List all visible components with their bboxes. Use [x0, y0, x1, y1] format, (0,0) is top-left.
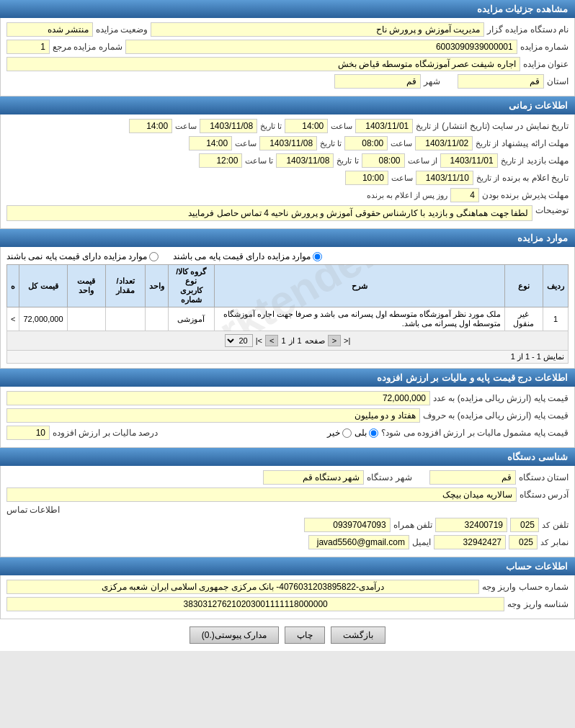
row-base-price-num: قیمت پایه (ارزش ریالی مزایده) به عدد 72,… [6, 391, 569, 405]
email-label: ایمیل [412, 537, 431, 547]
col-unit-price: قیمت واحد [67, 265, 105, 307]
device-province-value: قم [429, 470, 516, 485]
bottom-buttons: بازگشت چاپ مدارک پیوستی(.0) [0, 619, 575, 651]
row-organizer-status: نام دستگاه مزایده گزار مدیریت آموزش و پر… [6, 22, 569, 37]
radio-vat-yes[interactable]: بلی [355, 428, 378, 438]
time-info-title: اطلاعات زمانی [509, 100, 568, 111]
base-price-vat-content: قیمت پایه (ارزش ریالی مزایده) به عدد 72,… [0, 387, 575, 448]
publish-date-label: تاریخ نمایش در سایت (تاریخ انتشار) [442, 121, 569, 131]
radio-has-base-price[interactable]: موارد مزایده دارای قیمت پایه می باشند [173, 251, 322, 261]
device-info-header: شناسی دستگاه [0, 448, 575, 466]
pagination-prev-btn[interactable]: < [328, 335, 341, 346]
auction-details-content: نام دستگاه مزایده گزار مدیریت آموزش و پر… [0, 18, 575, 96]
col-extra: ه [7, 265, 19, 307]
base-price-vat-title: اطلاعات درج قیمت پایه و مالیات بر ارزش ا… [377, 372, 568, 383]
device-province-label: استان دستگاه [519, 472, 569, 482]
visit-deadline-label: مهلت بازدید [527, 156, 569, 166]
time-info-content: تاریخ نمایش در سایت (تاریخ انتشار) از تا… [0, 114, 575, 229]
title-value: اجاره شیفت عصر آموزشگاه متوسطه قیاض بخش [6, 57, 520, 71]
col-category: گروه کالا/نوعکاربریشماره [169, 265, 215, 307]
row-announce-winner: تاریخ اعلام به برنده از تاریخ 1403/11/10… [6, 171, 569, 185]
vat-percent-label: درصد مالیات بر ارزش افزوده [53, 428, 158, 438]
organizer-value: مدیریت آموزش و پرورش ناح [151, 22, 484, 37]
col-type: نوع [504, 265, 543, 307]
auction-items-content: موارد مزایده دارای قیمت پایه می باشند مو… [0, 247, 575, 369]
pagination-per-page[interactable]: 20 [225, 334, 253, 347]
ref-number-value: 1 [6, 40, 50, 54]
device-address-value: سالاریه میدان بیچک [6, 487, 517, 502]
auction-number-value: 6003090939000001 [125, 40, 517, 54]
row-title: عنوان مزایده اجاره شیفت عصر آموزشگاه متو… [6, 57, 569, 71]
row-province-city: استان قم شهر قم [6, 74, 569, 89]
notes-label: توضیحات [535, 205, 569, 215]
time-info-header: اطلاعات زمانی [0, 96, 575, 114]
sheba-value: 383031276210203001111118000000 [6, 597, 504, 611]
phone-code: 025 [510, 518, 539, 532]
print-button[interactable]: چاپ [285, 626, 325, 644]
row-deposit: شماره حساب واریز وجه درآمدی-407603120389… [6, 580, 569, 594]
fax-code: 025 [509, 535, 538, 549]
contact-info-label: اطلاعات تماس [6, 505, 60, 515]
row-device-province-city: استان دستگاه قم شهر دستگاه شهر دستگاه قم [6, 470, 569, 485]
ref-number-label: شماره مزایده مرجع [53, 42, 122, 52]
table-row: 1 غیر منقول ملک مورد نظر آموزشگاه متوسطه… [7, 307, 569, 331]
attachments-button[interactable]: مدارک پیوستی(.0) [190, 626, 279, 644]
col-quantity: تعداد/مقدار [105, 265, 145, 307]
notes-value: لطفا جهت هماهنگی و بازدید با کارشناس حقو… [6, 205, 532, 221]
device-address-label: آدرس دستگاه [520, 490, 569, 500]
back-button[interactable]: بازگشت [331, 626, 385, 644]
row-device-address: آدرس دستگاه سالاریه میدان بیچک [6, 487, 569, 502]
radio-no-base-price[interactable]: موارد مزایده دارای قیمت پایه نمی باشند [6, 251, 159, 261]
row-notes: توضیحات لطفا جهت هماهنگی و بازدید با کار… [6, 205, 569, 221]
page-container: مشاهده جزئیات مزایده نام دستگاه مزایده گ… [0, 0, 575, 651]
auction-items-header: موارد مزایده [0, 229, 575, 247]
phone-label: تلفن [553, 520, 569, 530]
title-label: عنوان مزایده [523, 59, 569, 69]
row-contact-info-label: اطلاعات تماس [6, 505, 569, 515]
province-value: قم [458, 74, 544, 89]
auction-number-label: شماره مزایده [520, 42, 569, 52]
base-price-num-label: قیمت پایه (ارزش ریالی مزایده) به عدد [433, 393, 569, 403]
auction-details-header: مشاهده جزئیات مزایده [0, 0, 575, 18]
radio-vat-no[interactable]: خیر [327, 428, 352, 438]
account-info-content: شماره حساب واریز وجه درآمدی-407603120389… [0, 575, 575, 619]
offer-deadline-label: مهلت ارائه پیشنهاد [502, 138, 569, 148]
row-base-price-text: قیمت پایه (ارزش ریالی مزایده) به حروف هف… [6, 408, 569, 423]
radio-group-row: موارد مزایده دارای قیمت پایه می باشند مو… [6, 251, 569, 261]
deposit-value: درآمدی-4076031203895822- بانک مرکزی جمهو… [6, 580, 479, 594]
accept-winner-label: مهلت پذیرش برنده بودن [482, 190, 569, 200]
email-value: javad5560@gmail.com [308, 535, 409, 549]
device-info-title: شناسی دستگاه [507, 451, 568, 462]
device-info-content: استان دستگاه قم شهر دستگاه شهر دستگاه قم… [0, 466, 575, 557]
city-value: قم [334, 74, 421, 89]
row-sheba: شناسه واریز وجه 383031276210203001111118… [6, 597, 569, 611]
row-publish-date: تاریخ نمایش در سایت (تاریخ انتشار) از تا… [6, 119, 569, 133]
items-table: ردیف نوع شرح گروه کالا/نوعکاربریشماره وا… [6, 264, 569, 331]
fax-label: نمابر [551, 537, 569, 547]
vat-percent-value: 10 [6, 426, 50, 440]
row-vat: قیمت پایه مشمول مالیات بر ارزش افزوده می… [6, 426, 569, 440]
base-price-text-value: هفتاد و دو میلیون [6, 408, 420, 423]
row-auction-numbers: شماره مزایده 6003090939000001 شماره مزای… [6, 40, 569, 54]
row-fax-email: نمابر کد 025 32942427 ایمیل javad5560@gm… [6, 535, 569, 549]
row-visit-deadline: مهلت بازدید از تاریخ 1403/11/01 از ساعت … [6, 153, 569, 168]
status-value: منتشر شده [6, 22, 93, 37]
mobile-label: تلفن همراه [393, 520, 432, 530]
items-table-container: marktender.ir ردیف نوع شرح گروه کالا/نوع… [6, 264, 569, 331]
account-info-title: اطلاعات حساب [506, 561, 568, 572]
status-label: وضعیت مزایده [96, 24, 148, 35]
organizer-label: نام دستگاه مزایده گزار [487, 24, 569, 35]
device-city-value: شهر دستگاه قم [263, 470, 364, 485]
phone-number: 32400719 [435, 518, 507, 532]
row-accept-winner: مهلت پذیرش برنده بودن 4 روز پس از اعلام … [6, 188, 569, 202]
pagination-next-btn[interactable]: > [265, 335, 278, 346]
auction-details-title: مشاهده جزئیات مزایده [477, 4, 568, 14]
col-unit: واحد [146, 265, 169, 307]
show-count: نمایش 1 - 1 از 1 [6, 351, 569, 364]
deposit-label: شماره حساب واریز وجه [482, 582, 569, 592]
row-offer-deadline: مهلت ارائه پیشنهاد از تاریخ 1403/11/02 س… [6, 136, 569, 150]
city-label: شهر [424, 76, 440, 86]
pagination-bar: |< < صفحه 1 از 1 > >| 20 [6, 331, 569, 351]
account-info-header: اطلاعات حساب [0, 557, 575, 575]
mobile-value: 09397047093 [304, 518, 391, 532]
